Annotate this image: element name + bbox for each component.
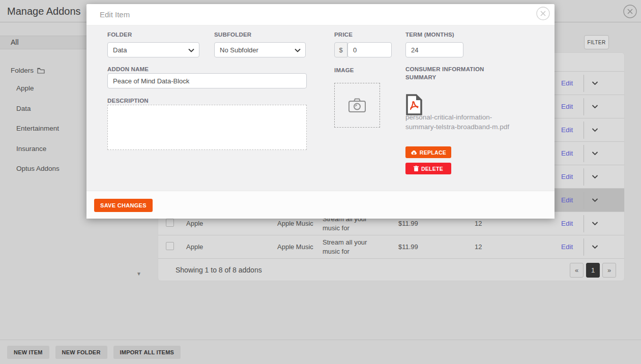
modal-header: Edit Item: [86, 4, 555, 25]
term-label: TERM (MONTHS): [405, 31, 454, 39]
folder-label: FOLDER: [107, 31, 132, 39]
camera-icon: [348, 98, 366, 113]
cis-filename: personal-critical-information-summary-te…: [405, 113, 512, 132]
description-label: DESCRIPTION: [107, 97, 149, 105]
price-label: PRICE: [334, 31, 353, 39]
modal-title: Edit Item: [100, 4, 130, 25]
image-label: IMAGE: [334, 66, 354, 74]
cis-label: CONSUMER INFORMATION SUMMARY: [405, 65, 497, 81]
price-input[interactable]: [347, 42, 392, 57]
save-changes-button[interactable]: SAVE CHANGES: [94, 199, 153, 212]
term-input[interactable]: [405, 42, 463, 57]
subfolder-label: SUBFOLDER: [214, 31, 251, 39]
description-textarea[interactable]: [107, 105, 307, 150]
price-currency-prefix: $: [334, 42, 347, 57]
modal-footer: SAVE CHANGES: [86, 191, 555, 219]
subfolder-select[interactable]: No Subfolder: [214, 42, 306, 57]
replace-button[interactable]: REPLACE: [405, 146, 451, 158]
delete-button-label: DELETE: [421, 166, 443, 172]
delete-button[interactable]: DELETE: [405, 163, 451, 174]
edit-item-modal: Edit Item FOLDER Data SUBFOLDER No Subfo…: [86, 4, 555, 219]
folder-select[interactable]: Data: [107, 42, 199, 57]
addon-name-label: ADDON NAME: [107, 65, 149, 73]
replace-button-label: REPLACE: [420, 149, 446, 156]
image-upload-dropzone[interactable]: [334, 83, 380, 128]
addon-name-input[interactable]: [107, 73, 307, 88]
cloud-upload-icon: [411, 150, 417, 155]
modal-body: FOLDER Data SUBFOLDER No Subfolder PRICE…: [86, 25, 555, 191]
trash-icon: [414, 166, 419, 171]
pdf-file-icon: [405, 94, 423, 115]
modal-close-icon[interactable]: [536, 7, 550, 20]
